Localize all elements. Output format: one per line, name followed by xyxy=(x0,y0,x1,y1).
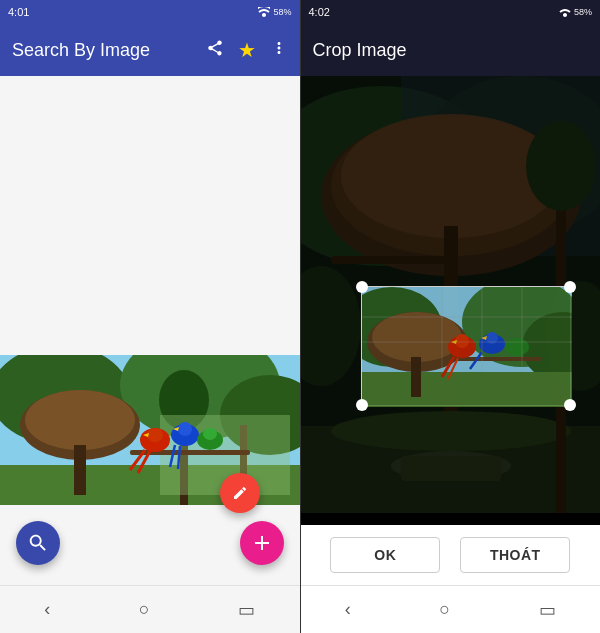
status-icons-left: 58% xyxy=(258,7,291,17)
svg-point-48 xyxy=(455,334,469,348)
cancel-button[interactable]: THOÁT xyxy=(460,537,570,573)
bottom-nav-left: ‹ ○ ▭ xyxy=(0,585,300,633)
status-bar-right: 4:02 58% xyxy=(301,0,601,24)
svg-point-53 xyxy=(505,338,529,356)
search-fab[interactable] xyxy=(16,521,60,565)
wifi-icon xyxy=(258,7,270,17)
svg-point-14 xyxy=(147,428,163,442)
content-area-left xyxy=(0,76,300,585)
crop-handle-bl[interactable] xyxy=(356,399,368,411)
app-bar-right: Crop Image xyxy=(301,24,601,76)
svg-point-20 xyxy=(203,428,217,440)
crop-inner-image xyxy=(362,287,570,405)
crop-preview xyxy=(362,287,572,407)
app-title-left: Search By Image xyxy=(12,40,206,61)
crop-rectangle[interactable] xyxy=(361,286,571,406)
back-button-right[interactable]: ‹ xyxy=(345,599,351,620)
time-right: 4:02 xyxy=(309,6,330,18)
home-button-right[interactable]: ○ xyxy=(439,599,450,620)
battery-left: 58% xyxy=(273,7,291,17)
battery-right: 58% xyxy=(574,7,592,17)
screen-right: 4:02 58% Crop Image xyxy=(301,0,601,633)
share-icon[interactable] xyxy=(206,39,224,62)
edit-fab[interactable] xyxy=(220,473,260,513)
crop-area xyxy=(301,76,601,525)
svg-point-17 xyxy=(178,422,192,436)
add-fab[interactable] xyxy=(240,521,284,565)
star-icon[interactable]: ★ xyxy=(238,38,256,62)
status-bar-left: 4:01 58% xyxy=(0,0,300,24)
bottom-nav-right: ‹ ○ ▭ xyxy=(301,585,601,633)
svg-rect-42 xyxy=(362,372,572,407)
time-left: 4:01 xyxy=(8,6,29,18)
svg-rect-45 xyxy=(411,357,421,397)
back-button-left[interactable]: ‹ xyxy=(44,599,50,620)
app-actions-left: ★ xyxy=(206,38,288,62)
svg-point-44 xyxy=(372,312,462,362)
screen-left: 4:01 58% Search By Image ★ xyxy=(0,0,300,633)
wifi-icon-right xyxy=(559,7,571,17)
ok-button[interactable]: OK xyxy=(330,537,440,573)
more-icon[interactable] xyxy=(270,39,288,62)
home-button-left[interactable]: ○ xyxy=(139,599,150,620)
status-icons-right: 58% xyxy=(559,7,592,17)
app-bar-left: Search By Image ★ xyxy=(0,24,300,76)
crop-handle-br[interactable] xyxy=(564,399,576,411)
svg-point-6 xyxy=(25,390,135,450)
crop-handle-tl[interactable] xyxy=(356,281,368,293)
recents-button-right[interactable]: ▭ xyxy=(539,599,556,621)
recents-button-left[interactable]: ▭ xyxy=(238,599,255,621)
crop-buttons: OK THOÁT xyxy=(301,525,601,585)
crop-handle-tr[interactable] xyxy=(564,281,576,293)
app-title-right: Crop Image xyxy=(313,40,589,61)
svg-rect-7 xyxy=(74,445,86,495)
